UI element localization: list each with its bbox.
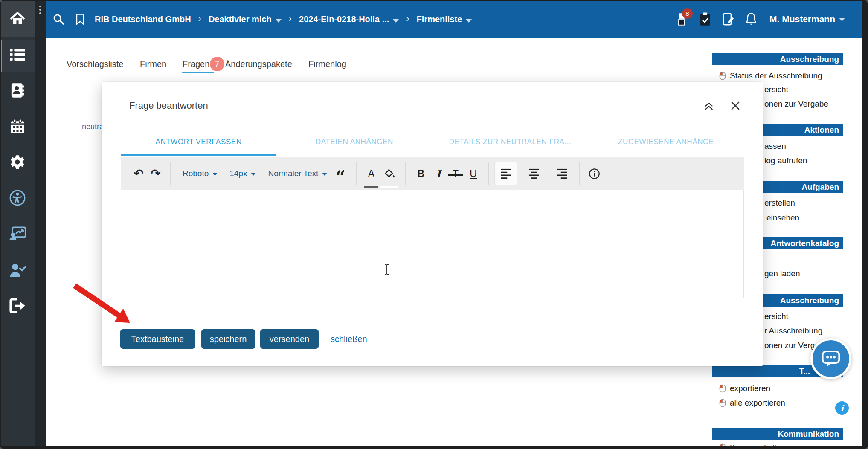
- sidebar-item-training[interactable]: [9, 225, 26, 242]
- sidebar-item-contacts[interactable]: [9, 82, 26, 99]
- active-tab-underline: [182, 72, 214, 73]
- align-center-icon[interactable]: [523, 162, 545, 185]
- breadcrumb-root[interactable]: RIB Deutschland GmbH: [95, 14, 191, 24]
- chevron-down-icon: [839, 18, 845, 21]
- tab-firmen[interactable]: Firmen: [140, 59, 166, 69]
- bold-icon[interactable]: B: [412, 162, 430, 185]
- underline-icon[interactable]: U: [464, 162, 482, 185]
- breadcrumb-separator: ›: [198, 13, 201, 24]
- chevron-down-icon: [466, 19, 472, 23]
- font-family-dropdown[interactable]: Roboto: [177, 162, 224, 185]
- answer-text-editor[interactable]: [121, 190, 744, 298]
- font-size-dropdown[interactable]: 14px: [224, 162, 262, 185]
- logout-icon: [9, 298, 26, 313]
- left-sidebar: [0, 0, 35, 449]
- window-border: [0, 446, 868, 449]
- dialog-tab-bar: ANTWORT VERFASSEN DATEIEN ANHÄNGEN DETAI…: [121, 128, 744, 156]
- sidebar-item-settings[interactable]: [9, 154, 26, 171]
- home-icon: [9, 10, 26, 27]
- panel-link-alle-exportieren[interactable]: alle exportieren: [719, 397, 785, 409]
- mouse-icon: [719, 384, 726, 393]
- sidebar-item-accessibility[interactable]: [9, 189, 26, 206]
- fragen-count-badge: 7: [210, 57, 224, 71]
- list-icon: [9, 46, 26, 63]
- breadcrumb-separator: ›: [289, 13, 292, 24]
- text-color-icon[interactable]: A: [363, 162, 380, 185]
- panel-link-exportieren[interactable]: exportieren: [719, 382, 770, 394]
- tab-firmenlog[interactable]: Firmenlog: [308, 59, 346, 69]
- fill-color-icon[interactable]: [380, 162, 399, 185]
- panel-link-fragment[interactable]: gen laden: [764, 269, 800, 278]
- blockquote-icon[interactable]: “: [333, 162, 350, 185]
- tab-vorschlagsliste[interactable]: Vorschlagsliste: [67, 59, 123, 69]
- gear-icon: [9, 154, 26, 170]
- chevron-down-icon: [393, 19, 399, 23]
- editor-toolbar: ↶ ↷ Roboto 14px Normaler Text “ A B I T …: [121, 157, 744, 190]
- calendar-icon: [10, 119, 25, 134]
- clipboard-check-icon[interactable]: [698, 12, 712, 26]
- strikethrough-icon[interactable]: T: [447, 162, 464, 185]
- chevron-down-icon: [212, 173, 218, 176]
- window-border: [0, 0, 1, 449]
- bell-icon[interactable]: [744, 12, 758, 26]
- search-icon[interactable]: [51, 12, 66, 26]
- schliessen-link[interactable]: schließen: [331, 329, 367, 349]
- close-icon[interactable]: [729, 99, 742, 113]
- panel-link-fragment[interactable]: erstellen: [764, 198, 795, 208]
- info-icon[interactable]: [586, 162, 603, 185]
- user-menu[interactable]: M. Mustermann: [769, 14, 845, 24]
- chat-bubble-icon: [820, 348, 842, 369]
- tab-zugewiesene-anhaenge[interactable]: ZUGEWIESENE ANHÄNGE: [588, 128, 744, 156]
- textbausteine-button[interactable]: Textbausteine: [120, 329, 195, 349]
- panel-header-ausschreibung: Ausschreibung: [712, 53, 843, 65]
- panel-link-fragment[interactable]: onen zur Vergabe: [764, 99, 828, 109]
- sidebar-menu-strip: [35, 0, 46, 449]
- undo-icon[interactable]: ↶: [130, 162, 147, 185]
- paragraph-style-dropdown[interactable]: Normaler Text: [262, 162, 333, 185]
- window-border: [862, 0, 868, 449]
- collapse-dialog-icon[interactable]: [702, 99, 716, 113]
- bookmark-icon[interactable]: [73, 12, 87, 26]
- info-badge-icon[interactable]: i: [835, 401, 849, 415]
- kebab-menu-icon[interactable]: [39, 6, 41, 14]
- panel-link-status[interactable]: Status der Ausschreibung: [719, 70, 822, 82]
- breadcrumb-separator: ›: [406, 13, 409, 24]
- chat-widget-button[interactable]: [810, 338, 851, 379]
- sidebar-item-calendar[interactable]: [9, 118, 26, 135]
- italic-icon[interactable]: I: [430, 162, 447, 185]
- breadcrumb-level1[interactable]: Deaktivier mich: [209, 14, 282, 24]
- text-cursor: [383, 264, 390, 277]
- frage-beantworten-dialog: Frage beantworten ANTWORT VERFASSEN DATE…: [102, 82, 763, 366]
- tab-details-neutrale-frage[interactable]: DETAILS ZUR NEUTRALEN FRA...: [433, 128, 588, 156]
- speichern-button[interactable]: speichern: [201, 329, 255, 349]
- panel-link-fragment[interactable]: einsehen: [766, 213, 799, 223]
- notification-count-badge: 8: [682, 8, 693, 19]
- tab-aenderungspakete[interactable]: Änderungspakete: [225, 59, 292, 69]
- breadcrumb-level3[interactable]: Firmenliste: [417, 14, 472, 24]
- panel-link-fragment[interactable]: ersicht: [764, 85, 788, 94]
- breadcrumb-level2[interactable]: 2024-Ein-0218-Holla ...: [299, 14, 399, 24]
- app-grid-icon[interactable]: 8: [675, 12, 689, 26]
- versenden-button[interactable]: versenden: [260, 329, 319, 349]
- redo-icon[interactable]: ↷: [147, 162, 164, 185]
- align-right-icon[interactable]: [551, 162, 573, 185]
- tab-dateien-anhaengen[interactable]: DATEIEN ANHÄNGEN: [276, 128, 432, 156]
- app-window: RIB Deutschland GmbH › Deaktivier mich ›…: [0, 0, 868, 449]
- tab-antwort-verfassen[interactable]: ANTWORT VERFASSEN: [121, 128, 276, 156]
- panel-link-fragment[interactable]: ersicht: [764, 312, 788, 321]
- sidebar-item-user-check[interactable]: [9, 262, 26, 279]
- mouse-icon: [719, 399, 726, 407]
- sidebar-item-list-active[interactable]: [0, 40, 35, 72]
- chevron-down-icon: [322, 173, 327, 176]
- sidebar-item-logout[interactable]: [9, 297, 26, 314]
- note-edit-icon[interactable]: [721, 12, 735, 26]
- presentation-icon: [9, 226, 26, 241]
- align-left-icon[interactable]: [495, 162, 517, 185]
- top-header: RIB Deutschland GmbH › Deaktivier mich ›…: [46, 0, 862, 38]
- panel-link-fragment[interactable]: assen: [764, 142, 786, 151]
- panel-link-fragment[interactable]: r Ausschreibung: [764, 326, 822, 336]
- panel-link-fragment[interactable]: log aufrufen: [764, 156, 807, 165]
- sidebar-item-home[interactable]: [0, 0, 35, 37]
- dialog-title: Frage beantworten: [129, 100, 208, 111]
- tab-fragen[interactable]: Fragen: [183, 59, 209, 69]
